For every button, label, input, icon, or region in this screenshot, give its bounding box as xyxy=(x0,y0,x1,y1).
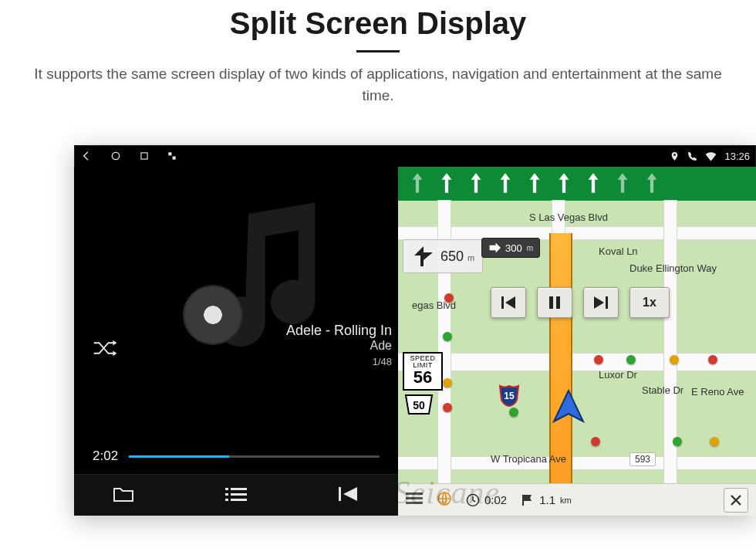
lane-arrow-icon xyxy=(643,171,660,198)
svg-marker-11 xyxy=(343,487,357,501)
map-canvas[interactable]: S Las Vegas Blvd Koval Ln Duke Ellington… xyxy=(398,201,756,483)
street-label: E Reno Ave xyxy=(691,386,744,398)
album-art-area: Adele - Rolling In Ade 1/48 xyxy=(74,167,398,438)
track-artist: Ade xyxy=(286,339,392,353)
playlist-button[interactable] xyxy=(213,486,259,505)
svg-rect-26 xyxy=(522,495,524,506)
svg-rect-10 xyxy=(339,487,341,501)
svg-rect-4 xyxy=(225,488,228,490)
svg-marker-20 xyxy=(554,391,583,421)
lane-arrow-icon xyxy=(585,171,602,198)
remaining-group: 1.1 km xyxy=(521,493,572,507)
globe-icon[interactable] xyxy=(437,491,452,509)
address-number: 593 xyxy=(629,452,656,466)
svg-rect-14 xyxy=(501,296,504,309)
interstate-shield: 15 xyxy=(497,383,521,411)
sim-speed-button[interactable]: 1x xyxy=(629,287,670,318)
street-label: Koval Ln xyxy=(599,245,638,257)
vehicle-position-icon xyxy=(549,387,588,429)
screenshot-icon[interactable] xyxy=(167,151,177,161)
eta-time: 0:02 xyxy=(484,493,507,506)
home-icon[interactable] xyxy=(110,150,122,162)
svg-point-0 xyxy=(112,152,119,159)
svg-text:50: 50 xyxy=(413,399,425,411)
menu-icon[interactable] xyxy=(406,492,423,507)
speed-limit-sign: SPEED LIMIT 56 xyxy=(403,352,443,391)
lane-arrow-icon xyxy=(497,171,514,198)
progress-row: 2:02 xyxy=(74,438,398,474)
page-description: It supports the same screen display of t… xyxy=(23,63,733,106)
next-turn-unit: m xyxy=(527,244,533,252)
browse-folder-button[interactable] xyxy=(100,486,147,506)
lane-arrow-icon xyxy=(614,171,631,198)
svg-rect-19 xyxy=(606,296,608,309)
street-label: Luxor Dr xyxy=(599,369,637,381)
music-pane: Adele - Rolling In Ade 1/48 2:02 xyxy=(74,167,398,516)
street-label: Stable Dr xyxy=(642,384,683,396)
recent-apps-icon[interactable] xyxy=(139,151,150,161)
track-title: Adele - Rolling In xyxy=(286,323,392,339)
device-screenshot: 13:26 Ad xyxy=(74,145,756,516)
svg-rect-21 xyxy=(406,492,423,495)
lane-arrow-icon xyxy=(555,171,572,198)
remaining-unit: km xyxy=(560,496,572,505)
previous-track-button[interactable] xyxy=(326,486,372,506)
highway-shield: 50 xyxy=(404,394,434,415)
turn-instruction: 650 m xyxy=(403,239,483,273)
svg-text:15: 15 xyxy=(504,391,515,401)
lane-arrow-icon xyxy=(438,171,455,198)
next-turn-badge: 300 m xyxy=(481,238,540,258)
svg-rect-1 xyxy=(141,153,147,159)
svg-rect-6 xyxy=(225,493,228,496)
sim-pause-button[interactable] xyxy=(537,287,572,318)
remaining-distance: 1.1 xyxy=(539,493,555,506)
svg-rect-2 xyxy=(168,152,171,155)
street-label: W Tropicana Ave xyxy=(491,453,566,465)
nav-bottom-bar: 0:02 1.1 km xyxy=(398,483,756,516)
lane-arrow-icon xyxy=(526,171,543,198)
android-statusbar: 13:26 xyxy=(74,145,756,167)
clock-icon xyxy=(466,493,480,507)
lane-arrow-icon xyxy=(467,171,484,198)
album-disc-icon xyxy=(184,286,241,343)
svg-rect-16 xyxy=(549,296,553,309)
street-label: S Las Vegas Blvd xyxy=(529,212,608,223)
sim-prev-button[interactable] xyxy=(491,287,526,318)
svg-rect-17 xyxy=(556,296,560,309)
svg-marker-18 xyxy=(594,296,604,309)
turn-distance-unit: m xyxy=(467,253,474,262)
svg-marker-15 xyxy=(505,296,515,309)
route-highlight xyxy=(549,233,572,486)
shuffle-button[interactable] xyxy=(93,338,119,361)
eta-group: 0:02 xyxy=(466,493,507,507)
sim-next-button[interactable] xyxy=(583,287,619,318)
location-icon xyxy=(670,151,680,161)
svg-rect-5 xyxy=(231,488,247,490)
wifi-icon xyxy=(705,151,717,161)
elapsed-time: 2:02 xyxy=(93,448,118,464)
navigation-pane: S Las Vegas Blvd Koval Ln Duke Ellington… xyxy=(398,167,756,516)
svg-rect-7 xyxy=(231,493,247,496)
track-index: 1/48 xyxy=(286,356,392,367)
progress-bar[interactable] xyxy=(129,455,380,458)
street-label: Duke Ellington Way xyxy=(629,262,717,274)
title-divider xyxy=(356,50,400,52)
status-clock: 13:26 xyxy=(724,151,750,162)
svg-rect-8 xyxy=(225,499,228,501)
close-button[interactable] xyxy=(724,488,748,513)
back-icon[interactable] xyxy=(80,150,93,162)
svg-rect-22 xyxy=(406,497,423,499)
music-bottom-bar xyxy=(74,474,398,516)
lane-guidance-bar xyxy=(398,167,756,201)
flag-icon xyxy=(521,493,535,507)
svg-rect-9 xyxy=(231,499,247,501)
turn-distance-value: 650 xyxy=(440,249,464,264)
phone-icon xyxy=(687,151,697,161)
next-turn-value: 300 xyxy=(505,242,522,254)
svg-rect-23 xyxy=(406,502,423,504)
svg-rect-3 xyxy=(173,157,176,160)
page-title: Split Screen Display xyxy=(0,6,756,41)
lane-arrow-icon xyxy=(409,171,426,198)
simulation-controls: 1x xyxy=(491,287,670,318)
